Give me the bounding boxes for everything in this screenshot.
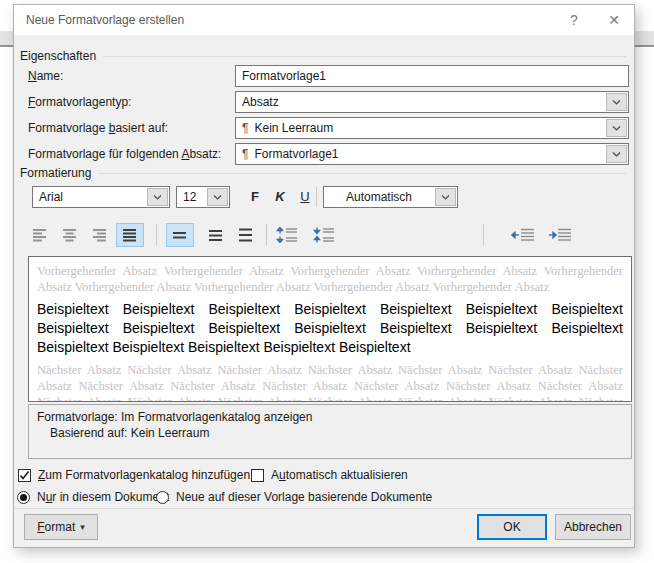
only-this-document-option[interactable]: Nur in diesem Dokument (17, 489, 169, 505)
align-center-button[interactable] (56, 223, 84, 247)
align-left-button[interactable] (26, 223, 54, 247)
auto-update-checkbox[interactable] (251, 469, 264, 482)
chevron-down-icon (441, 195, 450, 200)
align-center-icon (63, 228, 77, 242)
chevron-down-icon (612, 152, 621, 157)
style-description-box: Formatvorlage: Im Formatvorlagenkatalog … (28, 404, 632, 459)
ok-button[interactable]: OK (477, 514, 547, 540)
ok-button-label: OK (503, 520, 520, 534)
name-field-wrap (235, 65, 629, 87)
pilcrow-icon: ¶ (242, 121, 248, 135)
formatting-section-header: Formatierung (20, 166, 626, 180)
help-icon: ? (570, 12, 578, 28)
toolbar-separator (483, 224, 484, 246)
cancel-button[interactable]: Abbrechen (555, 514, 631, 540)
dialog-titlebar: Neue Formatvorlage erstellen ? ✕ (14, 5, 634, 35)
next-paragraph-label: Formatvorlage für folgenden Absatz: (28, 143, 221, 165)
next-paragraph-combo[interactable]: ¶ Formatvorlage1 (235, 143, 629, 165)
format-menu-label: Format (37, 520, 75, 534)
new-documents-option[interactable]: Neue auf dieser Vorlage basierende Dokum… (156, 489, 432, 505)
decrease-space-button[interactable] (309, 223, 339, 247)
style-preview-pane: Vorhergehender Absatz Vorhergehender Abs… (28, 256, 632, 402)
toolbar-separator (316, 187, 317, 207)
add-to-gallery-label: Zum Formatvorlagenkatalog hinzufügen (38, 468, 250, 482)
auto-update-label: Automatisch aktualisieren (271, 468, 408, 482)
font-name-combo[interactable]: Arial (32, 186, 170, 208)
section-divider (103, 56, 626, 57)
toolbar-separator (266, 224, 267, 246)
decrease-indent-icon (511, 228, 535, 242)
close-button[interactable]: ✕ (594, 5, 634, 35)
based-on-combo[interactable]: ¶ Kein Leerraum (235, 117, 629, 139)
decrease-paragraph-space-icon (313, 227, 335, 243)
chevron-down-icon (612, 100, 621, 105)
font-color-value: Automatisch (324, 187, 434, 207)
style-description-line2: Basierend auf: Kein Leerraum (37, 425, 623, 441)
new-documents-radio[interactable] (156, 491, 169, 504)
decrease-indent-button[interactable] (508, 223, 538, 247)
font-size-drop-button[interactable] (207, 188, 228, 206)
increase-paragraph-space-icon (276, 227, 298, 243)
properties-section-header: Eigenschaften (20, 49, 626, 63)
format-menu-button[interactable]: Format ▾ (24, 514, 98, 540)
style-type-label: Formatvorlagentyp: (28, 91, 131, 113)
formatting-section-label: Formatierung (20, 166, 91, 180)
italic-button[interactable]: K (269, 186, 291, 208)
chevron-down-icon (213, 195, 222, 200)
based-on-label: Formatvorlage basiert auf: (28, 117, 168, 139)
next-paragraph-drop-button[interactable] (606, 145, 627, 163)
align-left-icon (33, 228, 47, 242)
underline-button[interactable]: U (294, 186, 316, 208)
justify-button[interactable] (116, 223, 144, 247)
style-description-line1: Formatvorlage: Im Formatvorlagenkatalog … (37, 409, 623, 425)
help-button[interactable]: ? (554, 5, 594, 35)
bold-button[interactable]: F (244, 186, 266, 208)
new-documents-label: Neue auf dieser Vorlage basierende Dokum… (176, 490, 432, 504)
only-this-document-radio[interactable] (17, 491, 30, 504)
align-right-icon (93, 228, 107, 242)
style-name-input[interactable] (235, 65, 629, 87)
new-style-dialog: Neue Formatvorlage erstellen ? ✕ Eigensc… (13, 4, 635, 548)
font-name-value: Arial (33, 187, 146, 207)
pilcrow-icon: ¶ (242, 147, 248, 161)
auto-update-option[interactable]: Automatisch aktualisieren (251, 467, 408, 483)
font-color-combo[interactable]: Automatisch (323, 186, 458, 208)
name-label: Name: (28, 65, 63, 87)
line-spacing-onehalf-icon (209, 228, 223, 242)
footer-divider (14, 508, 634, 509)
increase-indent-icon (548, 228, 572, 242)
line-spacing-double-button[interactable] (232, 223, 260, 247)
increase-indent-button[interactable] (545, 223, 575, 247)
dialog-title: Neue Formatvorlage erstellen (26, 13, 554, 27)
justify-icon (123, 228, 137, 242)
align-right-button[interactable] (86, 223, 114, 247)
font-size-combo[interactable]: 12 (176, 186, 230, 208)
based-on-value: Kein Leerraum (254, 121, 333, 135)
next-paragraph-text: Nächster Absatz Nächster Absatz Nächster… (37, 362, 623, 402)
increase-space-button[interactable] (272, 223, 302, 247)
style-type-combo[interactable]: Absatz (235, 91, 629, 113)
font-name-drop-button[interactable] (147, 188, 168, 206)
chevron-down-icon (153, 195, 162, 200)
close-icon: ✕ (608, 12, 620, 28)
line-spacing-single-button[interactable] (166, 223, 194, 247)
section-divider (98, 173, 626, 174)
toolbar-separator (156, 224, 157, 246)
font-color-drop-button[interactable] (435, 188, 456, 206)
add-to-gallery-option[interactable]: Zum Formatvorlagenkatalog hinzufügen (18, 467, 250, 483)
next-paragraph-value: Formatvorlage1 (254, 147, 338, 161)
font-size-value: 12 (177, 187, 206, 207)
line-spacing-double-icon (239, 228, 253, 242)
line-spacing-onehalf-button[interactable] (202, 223, 230, 247)
style-type-drop-button[interactable] (606, 93, 627, 111)
style-type-value: Absatz (236, 92, 605, 112)
based-on-drop-button[interactable] (606, 119, 627, 137)
properties-section-label: Eigenschaften (20, 49, 96, 63)
line-spacing-single-icon (173, 228, 187, 242)
sample-paragraph-text: Beispieltext Beispieltext Beispieltext B… (37, 300, 623, 357)
add-to-gallery-checkbox[interactable] (18, 469, 31, 482)
cancel-button-label: Abbrechen (564, 520, 622, 534)
checkmark-icon (19, 470, 30, 481)
only-this-document-label: Nur in diesem Dokument (37, 490, 169, 504)
previous-paragraph-text: Vorhergehender Absatz Vorhergehender Abs… (37, 263, 623, 295)
